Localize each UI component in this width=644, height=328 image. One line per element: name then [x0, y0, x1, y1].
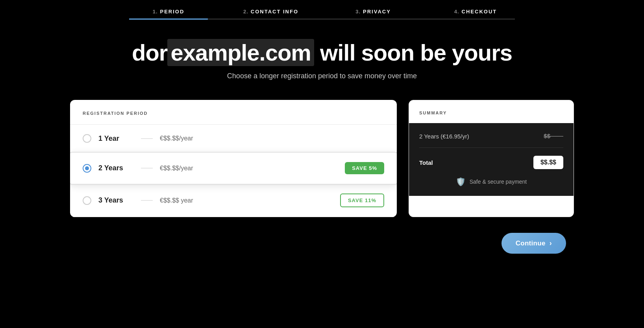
step-period-number: 1.	[153, 9, 158, 15]
period-section-title: REGISTRATION PERIOD	[83, 111, 148, 116]
period-dash-3years	[141, 200, 153, 201]
period-dash-2years	[141, 168, 153, 168]
hero-title: dorexample.com will soon be yours	[0, 39, 644, 66]
period-card-header: REGISTRATION PERIOD	[70, 100, 397, 125]
save-badge-3years: SAVE 11%	[340, 193, 384, 207]
step-contact[interactable]: 2. CONTACT INFO	[231, 9, 310, 20]
radio-3years[interactable]	[83, 196, 91, 205]
period-option-3years[interactable]: 3 Years €$$.$$ year SAVE 11%	[70, 184, 397, 217]
radio-1year[interactable]	[83, 134, 91, 143]
step-checkout-label: CHECKOUT	[462, 9, 497, 15]
summary-card: SUMMARY 2 Years (€16.95/yr) $$⠀⠀⠀ Total …	[409, 100, 574, 217]
period-price-3years: €$$.$$ year	[160, 197, 333, 204]
step-privacy-line	[334, 18, 413, 20]
summary-line-item-value: $$⠀⠀⠀	[544, 133, 563, 140]
step-period[interactable]: 1. PERIOD	[129, 9, 208, 20]
secure-payment-label: Safe & secure payment	[470, 179, 527, 185]
step-contact-number: 2.	[243, 9, 248, 15]
step-privacy-number: 3.	[355, 9, 361, 15]
shield-icon: 🛡️	[456, 177, 466, 186]
summary-title: SUMMARY	[419, 111, 447, 115]
hero-subtitle: Choose a longer registration period to s…	[0, 72, 644, 80]
period-card: REGISTRATION PERIOD 1 Year €$$.$$/year 2…	[70, 100, 397, 217]
step-checkout[interactable]: 4. CHECKOUT	[436, 9, 515, 20]
summary-total-label: Total	[419, 159, 433, 166]
chevron-right-icon: ›	[550, 239, 552, 247]
hero-title-pre: dor	[132, 40, 167, 65]
continue-label: Continue	[516, 240, 546, 247]
step-connector-2	[310, 18, 334, 20]
period-label-1year: 1 Year	[98, 135, 134, 143]
radio-2years[interactable]	[83, 164, 91, 173]
step-period-line	[129, 18, 208, 20]
continue-button[interactable]: Continue ›	[502, 233, 566, 254]
period-price-1year: €$$.$$/year	[160, 135, 384, 142]
main-content: REGISTRATION PERIOD 1 Year €$$.$$/year 2…	[46, 92, 598, 233]
period-label-3years: 3 Years	[98, 196, 134, 205]
step-privacy-label: PRIVACY	[363, 9, 391, 15]
secure-payment-row: 🛡️ Safe & secure payment	[419, 177, 563, 186]
summary-line-item-label: 2 Years (€16.95/yr)	[419, 133, 469, 140]
summary-line-item-row: 2 Years (€16.95/yr) $$⠀⠀⠀	[419, 133, 563, 140]
stepper: 1. PERIOD 2. CONTACT INFO 3. PRIVACY 4	[0, 0, 644, 20]
summary-header: SUMMARY	[409, 100, 574, 123]
step-period-label: PERIOD	[160, 9, 185, 15]
hero-title-post: will soon be yours	[314, 40, 512, 65]
step-contact-line	[231, 18, 310, 20]
step-privacy[interactable]: 3. PRIVACY	[334, 9, 413, 20]
hero-domain: example.com	[167, 39, 314, 66]
save-badge-2years: SAVE 5%	[345, 162, 384, 174]
continue-wrapper: Continue ›	[46, 233, 598, 269]
period-label-2years: 2 Years	[98, 164, 134, 172]
step-checkout-number: 4.	[454, 9, 459, 15]
summary-divider	[419, 147, 563, 148]
hero-section: dorexample.com will soon be yours Choose…	[0, 20, 644, 92]
step-contact-label: CONTACT INFO	[251, 9, 298, 15]
step-checkout-line	[436, 18, 515, 20]
summary-dark-section: 2 Years (€16.95/yr) $$⠀⠀⠀ Total $$.$$ 🛡️…	[409, 123, 574, 196]
period-option-1year[interactable]: 1 Year €$$.$$/year	[70, 125, 397, 153]
step-connector-1	[208, 18, 231, 20]
summary-total-row: Total $$.$$	[419, 156, 563, 169]
period-price-2years: €$$.$$/year	[160, 165, 338, 172]
step-connector-3	[413, 18, 436, 20]
summary-total-value: $$.$$	[533, 156, 563, 169]
period-dash-1year	[141, 138, 153, 139]
period-option-2years[interactable]: 2 Years €$$.$$/year SAVE 5%	[70, 153, 397, 184]
